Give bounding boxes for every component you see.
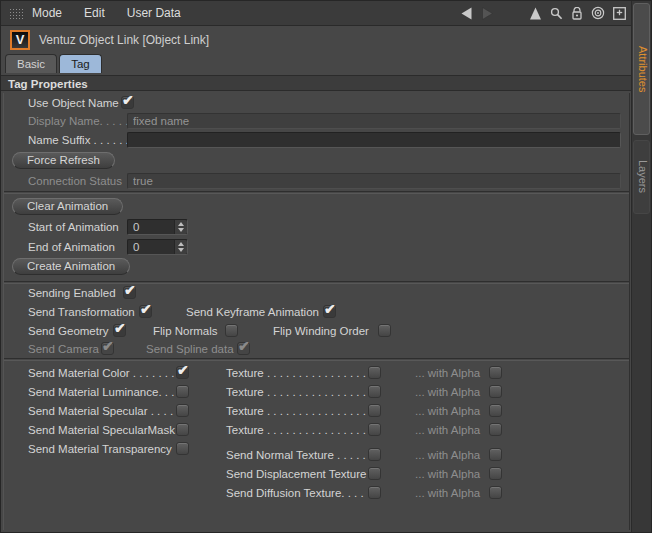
send-material-color-checkbox[interactable]: ✔ [176, 366, 189, 379]
with-alpha-label: ... with Alpha [415, 384, 480, 400]
side-tab-strip: Attributes Layers [631, 1, 651, 533]
tab-row: Basic Tag [5, 54, 102, 74]
start-of-animation-label: Start of Animation [28, 219, 119, 235]
row-end-of-animation: End of Animation [1, 239, 632, 256]
connection-status-field[interactable] [127, 173, 621, 189]
ventuz-tag-icon: V [10, 30, 30, 50]
send-material-luminance-checkbox[interactable] [176, 385, 189, 398]
tab-tag[interactable]: Tag [59, 54, 102, 73]
with-alpha-label: ... with Alpha [415, 485, 480, 501]
texture-checkbox[interactable] [368, 366, 381, 379]
spin-up-icon[interactable] [178, 222, 184, 226]
send-spline-data-checkbox[interactable]: ✔ [237, 342, 250, 355]
send-displacement-texture-checkbox[interactable] [368, 467, 381, 480]
with-alpha-label: ... with Alpha [415, 447, 480, 463]
back-arrow-icon[interactable] [459, 7, 473, 20]
send-material-luminance-label: Send Material Luminance. . . [28, 384, 174, 400]
tab-basic[interactable]: Basic [5, 54, 57, 73]
row-send-displacement-texture: Send Displacement Texture ... with Alpha [1, 466, 632, 483]
with-alpha-checkbox[interactable] [489, 385, 502, 398]
spinner-stepper[interactable] [174, 220, 187, 234]
use-object-name-label: Use Object Name [28, 95, 119, 111]
connection-status-label: Connection Status [28, 173, 122, 189]
with-alpha-checkbox[interactable] [489, 366, 502, 379]
clear-animation-button[interactable]: Clear Animation [12, 198, 123, 215]
send-material-specular-label: Send Material Specular . . . . [28, 403, 173, 419]
with-alpha-label: ... with Alpha [415, 466, 480, 482]
send-camera-checkbox[interactable]: ✔ [101, 342, 114, 355]
row-send-transformation: Send Transformation ✔ Send Keyframe Anim… [1, 304, 632, 321]
attribute-manager-window: Mode Edit User Data [0, 0, 652, 533]
row-start-of-animation: Start of Animation [1, 219, 632, 236]
row-name-suffix: Name Suffix . . . . . . [1, 132, 632, 149]
send-diffusion-texture-checkbox[interactable] [368, 486, 381, 499]
forward-arrow-icon[interactable] [481, 7, 495, 20]
row-send-material-specularmask: Send Material SpecularMask Texture . . .… [1, 422, 632, 439]
send-geometry-checkbox[interactable]: ✔ [113, 324, 126, 337]
texture-checkbox[interactable] [368, 385, 381, 398]
send-camera-label: Send Camera [28, 341, 99, 357]
send-material-specular-checkbox[interactable] [176, 404, 189, 417]
spin-up-icon[interactable] [178, 242, 184, 246]
send-keyframe-animation-label: Send Keyframe Animation [186, 304, 319, 320]
add-panel-icon[interactable] [613, 7, 626, 20]
row-sending-enabled: Sending Enabled ✔ [1, 285, 632, 302]
with-alpha-checkbox[interactable] [489, 448, 502, 461]
send-material-specularmask-checkbox[interactable] [176, 423, 189, 436]
flip-normals-checkbox[interactable] [225, 324, 238, 337]
with-alpha-checkbox[interactable] [489, 467, 502, 480]
name-suffix-label: Name Suffix . . . . . . [28, 132, 129, 148]
send-displacement-texture-label: Send Displacement Texture [226, 466, 366, 482]
menu-mode[interactable]: Mode [32, 6, 62, 20]
flip-normals-label: Flip Normals [153, 323, 218, 339]
use-object-name-checkbox[interactable]: ✔ [121, 96, 134, 109]
with-alpha-checkbox[interactable] [489, 486, 502, 499]
row-send-camera: Send Camera ✔ Send Spline data ✔ [1, 341, 632, 358]
search-icon[interactable] [550, 7, 563, 20]
texture-checkbox[interactable] [368, 423, 381, 436]
row-send-normal-texture: Send Normal Texture . . . . . ... with A… [1, 447, 632, 464]
send-material-specularmask-label: Send Material SpecularMask [28, 422, 175, 438]
target-icon[interactable] [591, 6, 605, 20]
row-send-material-specular: Send Material Specular . . . . Texture .… [1, 403, 632, 420]
name-suffix-field[interactable] [127, 132, 621, 148]
create-animation-button[interactable]: Create Animation [12, 258, 130, 275]
separator [4, 281, 629, 284]
title-row: V Ventuz Object Link [Object Link] [1, 26, 632, 54]
texture-label: Texture . . . . . . . . . . . . . . . . … [226, 365, 372, 381]
display-name-field[interactable] [127, 113, 621, 129]
row-send-diffusion-texture: Send Diffusion Texture. . . . ... with A… [1, 485, 632, 502]
texture-checkbox[interactable] [368, 404, 381, 417]
send-normal-texture-checkbox[interactable] [368, 448, 381, 461]
with-alpha-checkbox[interactable] [489, 404, 502, 417]
send-transformation-checkbox[interactable]: ✔ [139, 305, 152, 318]
side-tab-layers[interactable]: Layers [633, 140, 650, 214]
spin-down-icon[interactable] [178, 248, 184, 252]
send-keyframe-animation-checkbox[interactable]: ✔ [323, 305, 336, 318]
with-alpha-label: ... with Alpha [415, 403, 480, 419]
start-of-animation-spinner-field [127, 219, 188, 235]
separator [4, 358, 629, 361]
sending-enabled-label: Sending Enabled [28, 285, 116, 301]
sending-enabled-checkbox[interactable]: ✔ [123, 286, 136, 299]
with-alpha-checkbox[interactable] [489, 423, 502, 436]
up-arrow-icon[interactable] [529, 7, 542, 20]
lock-icon[interactable] [571, 7, 583, 20]
checkmark-icon: ✔ [140, 301, 152, 317]
end-of-animation-label: End of Animation [28, 239, 115, 255]
spin-down-icon[interactable] [178, 228, 184, 232]
texture-label: Texture . . . . . . . . . . . . . . . . … [226, 403, 372, 419]
checkmark-icon: ✔ [102, 338, 114, 354]
flip-winding-order-checkbox[interactable] [378, 324, 391, 337]
menu-user-data[interactable]: User Data [127, 6, 181, 20]
menu-bar-icons [459, 1, 626, 25]
side-tab-attributes[interactable]: Attributes [633, 3, 650, 135]
row-connection-status: Connection Status [1, 173, 632, 190]
spinner-stepper[interactable] [174, 240, 187, 254]
texture-label: Texture . . . . . . . . . . . . . . . . … [226, 422, 372, 438]
row-send-material-luminance: Send Material Luminance. . . Texture . .… [1, 384, 632, 401]
force-refresh-button[interactable]: Force Refresh [12, 152, 115, 169]
grip-icon[interactable] [9, 8, 23, 19]
menu-edit[interactable]: Edit [84, 6, 105, 20]
row-display-name: Display Name. . . . . [1, 113, 632, 130]
